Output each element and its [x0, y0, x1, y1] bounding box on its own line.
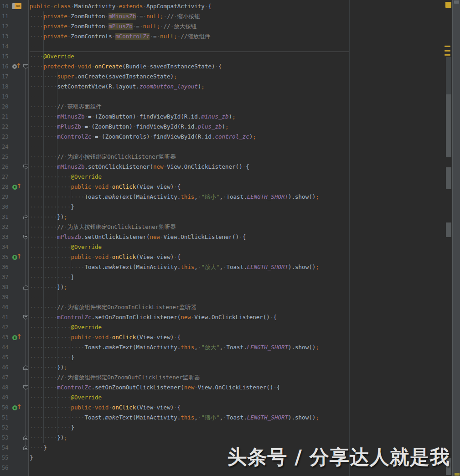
code-line[interactable]: ········mControlZc.setOnZoomOutClickList…	[30, 383, 280, 393]
code-line[interactable]: ····private·ZoomButton·mMinusZb·=·null;·…	[30, 11, 200, 21]
code-line[interactable]: ····private·ZoomButton·mPlusZb·=·null;·/…	[30, 21, 196, 31]
code-line[interactable]: ········mPlusZb.setOnClickListener(new·V…	[30, 232, 246, 242]
code-line[interactable]: ········mControlZc·=·(ZoomControls)·find…	[30, 132, 256, 142]
code-line[interactable]: ····}	[30, 443, 47, 453]
code-line[interactable]: ············}	[30, 423, 74, 433]
code-line[interactable]: }	[30, 453, 33, 463]
bottom-right-corner-icon[interactable]	[455, 473, 460, 476]
code-line[interactable]: ········//·为缩放组件绑定OnZoomInClickListener监…	[30, 302, 196, 312]
code-line[interactable]: ····private·ZoomControls·mControlZc·=·nu…	[30, 31, 210, 41]
code-line[interactable]: ········super.onCreate(savedInstanceStat…	[30, 72, 177, 82]
code-line[interactable]: ············public·void·onClick(View·vie…	[30, 182, 181, 192]
code-line[interactable]: ····protected·void·onCreate(Bundle·saved…	[30, 62, 222, 72]
code-area[interactable]: public·class·MainActivity·extends·AppCom…	[0, 0, 460, 476]
code-line[interactable]: ········});	[30, 433, 67, 443]
ide-editor-window: 10<>111213141516↑17181920212223242526272…	[0, 0, 460, 476]
code-line[interactable]: ············public·void·onClick(View·vie…	[30, 332, 181, 342]
code-line[interactable]: ················Toast.makeText(MainActiv…	[30, 413, 319, 423]
code-line[interactable]: ············}	[30, 352, 74, 362]
code-line[interactable]: ········});	[30, 362, 67, 373]
code-line[interactable]: ········mMinusZb.setOnClickListener(new·…	[30, 162, 249, 172]
code-line[interactable]: ············@Override	[30, 322, 102, 332]
code-line[interactable]: ············@Override	[30, 172, 102, 182]
usage-stripe-mark[interactable]	[444, 50, 450, 52]
code-line[interactable]: ················Toast.makeText(MainActiv…	[30, 192, 319, 202]
code-line[interactable]: ················Toast.makeText(MainActiv…	[30, 262, 319, 272]
code-line[interactable]: ················Toast.makeText(MainActiv…	[30, 342, 319, 352]
code-line[interactable]: public·class·MainActivity·extends·AppCom…	[30, 1, 212, 11]
usage-stripe-mark[interactable]	[444, 46, 450, 47]
code-line[interactable]: ············@Override	[30, 242, 102, 252]
top-right-corner-icon[interactable]	[454, 0, 459, 4]
code-line[interactable]: ········//·为放大按钮绑定OnClickListener监听器	[30, 222, 176, 232]
right-margin-guide	[349, 0, 350, 476]
right-panel-strip	[452, 0, 460, 476]
code-line[interactable]: ············public·void·onClick(View·vie…	[30, 252, 181, 262]
code-line[interactable]: ········setContentView(R.layout.zoombutt…	[30, 82, 205, 92]
scrollbar-thumb[interactable]	[446, 222, 451, 237]
code-line[interactable]: ········});	[30, 282, 67, 292]
code-line[interactable]: ············}	[30, 202, 74, 212]
code-line[interactable]: ········});	[30, 212, 67, 222]
method-separator	[30, 52, 349, 52]
scrollbar-thumb[interactable]	[446, 167, 451, 189]
code-line[interactable]: ············}	[30, 272, 74, 282]
error-stripe-scrollbar[interactable]	[443, 0, 452, 476]
scrollbar-thumb[interactable]	[446, 57, 451, 94]
code-line[interactable]: ········//·获取界面组件	[30, 102, 102, 112]
code-line[interactable]: ········//·为缩小按钮绑定OnClickListener监听器	[30, 152, 176, 162]
usage-stripe-mark[interactable]	[444, 54, 450, 56]
code-line[interactable]: ············@Override	[30, 393, 102, 403]
code-line[interactable]: ········//·为缩放组件绑定OnZoomOutClickListener…	[30, 373, 200, 383]
code-line[interactable]: ········mControlZc.setOnZoomInClickListe…	[30, 312, 277, 322]
code-line[interactable]: ········mMinusZb·=·(ZoomButton)·findView…	[30, 112, 236, 122]
analysis-status-indicator[interactable]	[445, 2, 451, 8]
watermark-text: 头条号 / 分享达人就是我	[227, 444, 450, 471]
code-line[interactable]: ····@Override	[30, 52, 74, 62]
code-line[interactable]: ········mPlusZb·=·(ZoomButton)·findViewB…	[30, 122, 229, 132]
code-line[interactable]: ············public·void·onClick(View·vie…	[30, 403, 181, 413]
scrollbar-thumb[interactable]	[446, 94, 451, 157]
